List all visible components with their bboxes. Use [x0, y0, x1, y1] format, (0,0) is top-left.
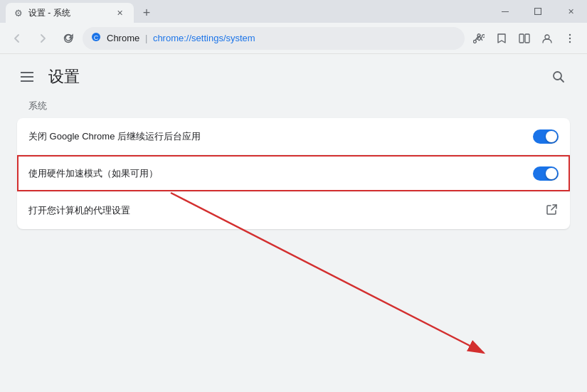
address-separator: |: [145, 33, 147, 43]
settings-page: 设置 系统 关闭 Google Chrome 后继续运行后台应用 使用: [0, 54, 587, 392]
toggle-knob-2: [546, 168, 557, 179]
svg-rect-5: [525, 34, 529, 43]
navigation-bar: C Chrome | chrome://settings/system: [0, 23, 587, 54]
restore-button[interactable]: [522, 0, 554, 23]
address-protocol: Chrome: [107, 33, 139, 43]
toggle-knob: [546, 131, 557, 142]
title-bar: ⚙ 设置 - 系统 ✕ + ✕: [0, 0, 587, 23]
address-url: chrome://settings/system: [153, 33, 255, 43]
nav-right-icons: [467, 27, 581, 50]
section-label: 系统: [17, 100, 570, 112]
svg-point-9: [569, 41, 571, 42]
minimize-button[interactable]: [489, 0, 522, 23]
hardware-acceleration-label: 使用硬件加速模式（如果可用）: [28, 167, 533, 180]
menu-button[interactable]: [559, 27, 581, 50]
svg-point-6: [545, 35, 549, 39]
active-tab[interactable]: ⚙ 设置 - 系统 ✕: [6, 3, 134, 23]
settings-item-hardware-acceleration: 使用硬件加速模式（如果可用）: [17, 155, 570, 192]
svg-line-15: [551, 205, 556, 210]
tab-title: 设置 - 系统: [28, 7, 108, 19]
page-title: 设置: [48, 66, 536, 88]
tab-settings-icon: ⚙: [14, 8, 23, 18]
background-apps-toggle[interactable]: [533, 129, 559, 144]
settings-body: 系统 关闭 Google Chrome 后继续运行后台应用 使用硬件加速模式（如…: [0, 100, 587, 229]
search-button[interactable]: [547, 65, 570, 88]
forward-button[interactable]: [31, 27, 54, 50]
svg-text:C: C: [94, 34, 99, 41]
new-tab-button[interactable]: +: [137, 3, 157, 23]
background-apps-label: 关闭 Google Chrome 后继续运行后台应用: [28, 130, 533, 143]
settings-header: 设置: [0, 54, 587, 100]
close-button[interactable]: ✕: [554, 0, 587, 23]
svg-rect-4: [519, 34, 524, 43]
site-info-icon: C: [91, 32, 101, 44]
svg-rect-1: [535, 9, 541, 15]
bookmark-button[interactable]: [490, 27, 513, 50]
external-link-icon: [546, 203, 559, 218]
split-view-button[interactable]: [513, 27, 536, 50]
hardware-acceleration-toggle[interactable]: [533, 166, 559, 181]
settings-item-background-apps: 关闭 Google Chrome 后继续运行后台应用: [17, 118, 570, 155]
svg-point-8: [569, 37, 571, 38]
svg-point-7: [569, 33, 571, 35]
settings-card: 关闭 Google Chrome 后继续运行后台应用 使用硬件加速模式（如果可用…: [17, 118, 570, 229]
svg-line-14: [561, 79, 564, 83]
main-content: 设置 系统 关闭 Google Chrome 后继续运行后台应用 使用: [0, 54, 587, 392]
share-button[interactable]: [467, 27, 490, 50]
window-controls: ✕: [489, 0, 587, 23]
hamburger-menu-button[interactable]: [17, 67, 37, 87]
proxy-settings-label: 打开您计算机的代理设置: [28, 204, 546, 217]
back-button[interactable]: [6, 27, 28, 50]
profile-button[interactable]: [536, 27, 559, 50]
refresh-button[interactable]: [57, 27, 80, 50]
tab-close-button[interactable]: ✕: [114, 7, 125, 18]
address-text: Chrome | chrome://settings/system: [107, 33, 456, 43]
address-bar[interactable]: C Chrome | chrome://settings/system: [83, 27, 465, 50]
settings-item-proxy[interactable]: 打开您计算机的代理设置: [17, 192, 570, 229]
